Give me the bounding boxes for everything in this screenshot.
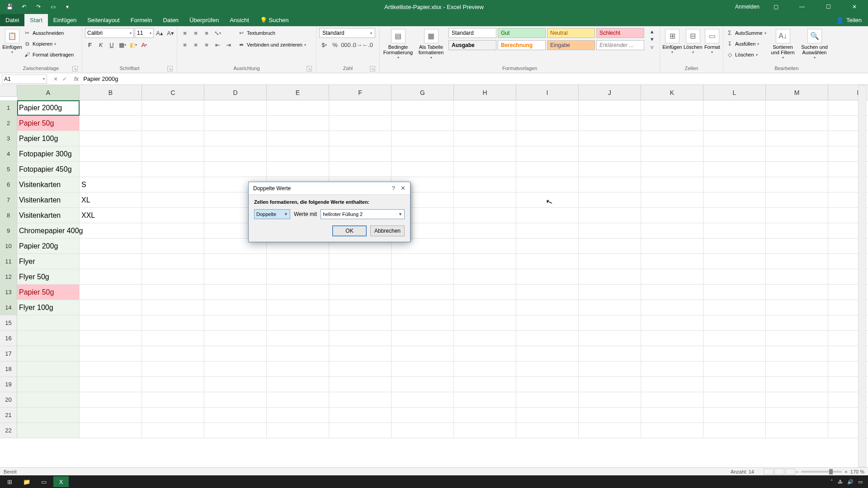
cell[interactable]: [454, 408, 516, 423]
taskbar-explorer-icon[interactable]: 📁: [19, 476, 34, 487]
cell[interactable]: [204, 361, 267, 377]
cell[interactable]: [80, 300, 142, 315]
cell[interactable]: [641, 208, 703, 223]
cell[interactable]: [204, 269, 267, 285]
cell[interactable]: [392, 331, 454, 346]
cell[interactable]: [766, 361, 828, 377]
cell[interactable]: [641, 269, 703, 285]
cell[interactable]: [267, 162, 329, 177]
align-left-icon[interactable]: ≡: [180, 40, 190, 50]
cell[interactable]: [142, 192, 204, 208]
cell[interactable]: [703, 131, 766, 146]
start-button-icon[interactable]: ⊞: [2, 476, 17, 487]
decrease-font-icon[interactable]: A▾: [165, 28, 175, 38]
cell[interactable]: [329, 315, 392, 331]
cell[interactable]: [454, 392, 516, 408]
cell[interactable]: [641, 423, 703, 438]
cell[interactable]: [142, 331, 204, 346]
share-button[interactable]: 👤Teilen: [830, 14, 868, 26]
cell[interactable]: [766, 331, 828, 346]
cell[interactable]: [766, 208, 828, 223]
cell[interactable]: [267, 269, 329, 285]
cell[interactable]: [267, 100, 329, 116]
cell[interactable]: [516, 100, 579, 116]
cell[interactable]: [579, 392, 641, 408]
format-with-combo[interactable]: hellroter Füllung 2▼: [321, 209, 405, 219]
cell[interactable]: [516, 239, 579, 254]
cell[interactable]: [579, 331, 641, 346]
cell[interactable]: [267, 131, 329, 146]
cell[interactable]: [579, 177, 641, 192]
cell[interactable]: [329, 423, 392, 438]
cell[interactable]: [579, 100, 641, 116]
cell[interactable]: [766, 131, 828, 146]
cell[interactable]: [142, 361, 204, 377]
cell[interactable]: [641, 300, 703, 315]
cell[interactable]: [142, 423, 204, 438]
dialog-help-icon[interactable]: ?: [392, 185, 395, 192]
cell[interactable]: [204, 392, 267, 408]
cell[interactable]: [17, 361, 80, 377]
cell[interactable]: [766, 116, 828, 131]
cell[interactable]: [579, 423, 641, 438]
close-icon[interactable]: ✕: [844, 0, 864, 14]
cell[interactable]: [142, 223, 204, 239]
cancel-formula-icon[interactable]: ✕: [52, 76, 60, 82]
tell-me[interactable]: 💡 Suchen: [255, 14, 294, 26]
cell[interactable]: [766, 100, 828, 116]
cell[interactable]: [454, 254, 516, 269]
cell[interactable]: Papier 50g: [17, 116, 80, 131]
row-header[interactable]: 13: [0, 285, 17, 300]
undo-icon[interactable]: ↶: [18, 1, 30, 13]
row-header[interactable]: 9: [0, 223, 17, 239]
cell[interactable]: [641, 146, 703, 162]
column-header[interactable]: D: [204, 85, 267, 100]
cell[interactable]: [142, 408, 204, 423]
cell[interactable]: [454, 162, 516, 177]
style-schlecht[interactable]: Schlecht: [596, 28, 644, 38]
cell[interactable]: [329, 269, 392, 285]
cell[interactable]: [579, 285, 641, 300]
cell[interactable]: [267, 408, 329, 423]
cell[interactable]: [516, 377, 579, 392]
fill-button[interactable]: ↧Ausfüllen▾: [726, 39, 766, 49]
tab-pagelayout[interactable]: Seitenlayout: [82, 14, 125, 26]
cell[interactable]: [267, 346, 329, 361]
cell[interactable]: [516, 315, 579, 331]
cell[interactable]: [703, 162, 766, 177]
cell[interactable]: [516, 146, 579, 162]
cell[interactable]: [329, 408, 392, 423]
cell[interactable]: [204, 300, 267, 315]
cell[interactable]: [204, 254, 267, 269]
cell[interactable]: [80, 408, 142, 423]
cell[interactable]: [766, 177, 828, 192]
cell[interactable]: [454, 346, 516, 361]
cell[interactable]: Papier 100g: [17, 131, 80, 146]
row-header[interactable]: 4: [0, 146, 17, 162]
cell[interactable]: [454, 239, 516, 254]
cell[interactable]: [454, 192, 516, 208]
cell[interactable]: [267, 315, 329, 331]
enter-formula-icon[interactable]: ✓: [61, 76, 69, 82]
cell[interactable]: [80, 223, 142, 239]
tray-lang-icon[interactable]: ▭: [858, 479, 863, 485]
row-header[interactable]: 3: [0, 131, 17, 146]
cell[interactable]: [329, 131, 392, 146]
orientation-icon[interactable]: ⤡▾: [212, 28, 222, 38]
cell[interactable]: [17, 331, 80, 346]
row-header[interactable]: 7: [0, 192, 17, 208]
cell[interactable]: [142, 269, 204, 285]
tab-start[interactable]: Start: [24, 14, 47, 26]
cell[interactable]: [703, 315, 766, 331]
row-header[interactable]: 10: [0, 239, 17, 254]
cell[interactable]: [766, 300, 828, 315]
cell[interactable]: [392, 361, 454, 377]
number-launcher-icon[interactable]: ↘: [370, 66, 375, 71]
cell[interactable]: [267, 285, 329, 300]
column-header[interactable]: F: [329, 85, 392, 100]
cell[interactable]: Fotopapier 300g: [17, 146, 80, 162]
cell[interactable]: [392, 131, 454, 146]
cell[interactable]: [392, 300, 454, 315]
cell[interactable]: [516, 254, 579, 269]
border-button[interactable]: ▦▾: [118, 40, 127, 50]
